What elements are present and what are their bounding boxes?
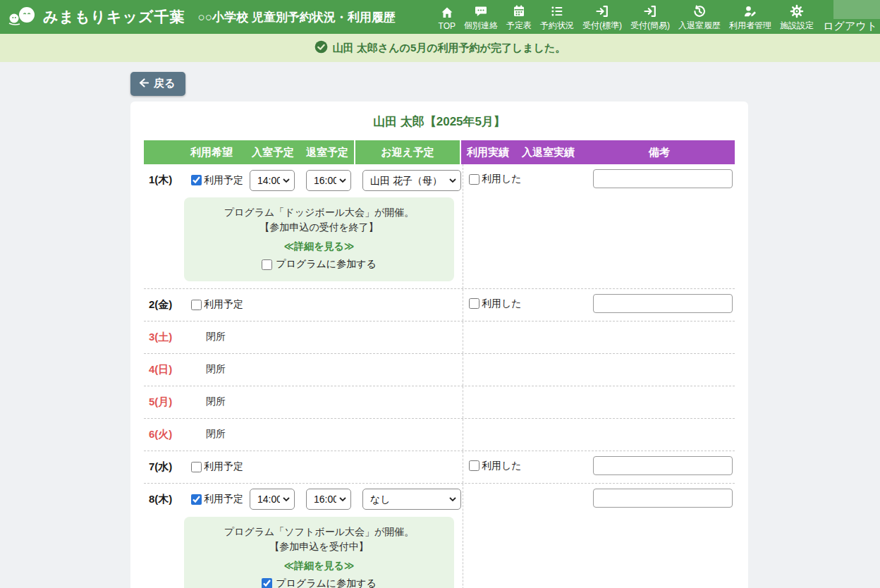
exit-time-select[interactable]: 16:00 (306, 489, 351, 510)
day-row-3: 3(土) 閉所 (144, 321, 735, 354)
used-checkbox-label[interactable]: 利用した (469, 460, 522, 472)
page-title: ○○小学校 児童別予約状況・利用履歴 (197, 9, 395, 25)
closed-label: 閉所 (206, 363, 226, 376)
col-header-note: 備考 (649, 146, 670, 159)
planned-checkbox-label[interactable]: 利用予定 (185, 493, 250, 506)
date-label: 8(木) (144, 493, 185, 506)
check-circle-icon (314, 40, 328, 56)
planned-checkbox[interactable] (191, 462, 202, 472)
date-label: 3(土) (144, 331, 185, 344)
day-row-1: 1(木) 利用予定 14:00 16:00 山田 花子（母） (144, 164, 735, 289)
nav-item-entry-exit-history[interactable]: 入退室履歴 (674, 0, 725, 34)
logout-chip (833, 0, 880, 19)
date-label: 1(木) (144, 173, 185, 187)
date-label: 7(水) (144, 460, 185, 474)
list-icon (550, 2, 564, 18)
back-arrow-icon (139, 78, 149, 90)
col-header-request: 利用希望 (179, 146, 244, 159)
day-row-4: 4(日) 閉所 (144, 354, 735, 386)
nav-item-facility-settings[interactable]: 施設設定 (776, 0, 818, 34)
closed-label: 閉所 (206, 396, 226, 408)
planned-checkbox[interactable] (191, 494, 202, 505)
nav-item-reservation-status[interactable]: 予約状況 (536, 0, 578, 34)
col-header-inout: 入退室実績 (522, 146, 575, 159)
program-headline: プログラム「ドッジボール大会」が開催。 (188, 205, 450, 220)
nav-item-top[interactable]: TOP (434, 0, 460, 34)
nav-item-schedule[interactable]: 予定表 (502, 0, 536, 34)
program-details-link[interactable]: ≪詳細を見る≫ (188, 240, 450, 253)
nav-item-reception-simple[interactable]: 受付(簡易) (626, 0, 674, 34)
signin-icon (643, 2, 657, 18)
col-header-used: 利用実績 (467, 146, 509, 159)
day-row-6: 6(火) 閉所 (144, 419, 735, 451)
calendar-icon (512, 2, 526, 18)
note-input[interactable] (593, 294, 733, 313)
exit-time-select[interactable]: 16:00 (306, 170, 351, 191)
col-header-pickup: お迎え予定 (355, 140, 461, 164)
program-join-checkbox[interactable] (262, 259, 272, 270)
used-checkbox-label[interactable]: 利用した (469, 173, 522, 185)
program-status: 【参加申込を受付中】 (188, 539, 450, 554)
note-input[interactable] (593, 489, 733, 508)
reservation-card: 山田 太郎【2025年5月】 利用希望 入室予定 退室予定 お迎え予定 利用実績… (130, 102, 748, 588)
day-row-2: 2(金) 利用予定 利用した (144, 289, 735, 321)
entry-time-select[interactable]: 14:00 (250, 489, 295, 510)
pickup-select[interactable]: 山田 花子（母） (362, 170, 461, 191)
home-icon (440, 4, 454, 20)
date-label: 6(火) (144, 428, 185, 441)
logo-text: みまもりキッズ千葉 (43, 7, 185, 27)
table-header-actual-group: 利用実績 入退室実績 備考 (461, 140, 735, 164)
col-header-exit: 退室予定 (302, 146, 353, 159)
planned-checkbox-label[interactable]: 利用予定 (185, 298, 250, 311)
nav-item-reception-standard[interactable]: 受付(標準) (578, 0, 626, 34)
program-headline: プログラム「ソフトボール大会」が開催。 (188, 525, 450, 539)
success-banner: 山田 太郎さんの5月の利用予約が完了しました。 (0, 34, 880, 62)
used-checkbox[interactable] (469, 460, 479, 471)
history-icon (692, 2, 707, 18)
top-bar: みまもりキッズ千葉 ○○小学校 児童別予約状況・利用履歴 TOP 個別連絡 (0, 0, 880, 34)
nav-item-individual-contact[interactable]: 個別連絡 (460, 0, 502, 34)
planned-checkbox[interactable] (191, 175, 202, 185)
back-button[interactable]: 戻る (130, 72, 185, 96)
day-row-7: 7(水) 利用予定 利用した (144, 451, 735, 484)
date-label: 2(金) (144, 298, 185, 312)
planned-checkbox-label[interactable]: 利用予定 (185, 174, 250, 187)
chat-icon (474, 2, 488, 18)
date-label: 5(月) (144, 396, 185, 409)
date-label: 4(日) (144, 363, 185, 376)
day-row-5: 5(月) 閉所 (144, 386, 735, 419)
col-header-entry: 入室予定 (244, 146, 302, 159)
planned-checkbox[interactable] (191, 300, 202, 310)
closed-label: 閉所 (206, 331, 226, 343)
note-input[interactable] (593, 169, 733, 188)
banner-message: 山田 太郎さんの5月の利用予約が完了しました。 (333, 42, 566, 55)
used-checkbox[interactable] (469, 174, 479, 185)
top-nav: TOP 個別連絡 予定表 予約状況 (434, 0, 818, 34)
used-checkbox[interactable] (469, 298, 479, 309)
program-details-link[interactable]: ≪詳細を見る≫ (188, 560, 450, 572)
note-input[interactable] (593, 456, 733, 475)
program-join-checkbox-label[interactable]: プログラムに参加する (262, 258, 377, 271)
mascot-icon (7, 4, 39, 30)
entry-time-select[interactable]: 14:00 (250, 170, 295, 191)
user-edit-icon (743, 2, 757, 18)
content-area: 戻る 山田 太郎【2025年5月】 利用希望 入室予定 退室予定 お迎え予定 利… (0, 62, 880, 588)
signin-icon (595, 2, 609, 18)
logout-button[interactable]: ログアウト (819, 0, 880, 34)
closed-label: 閉所 (206, 428, 226, 441)
program-join-checkbox-label[interactable]: プログラムに参加する (262, 577, 377, 588)
program-box: プログラム「ドッジボール大会」が開催。 【参加申込の受付を終了】 ≪詳細を見る≫… (184, 197, 454, 281)
table-header: 利用希望 入室予定 退室予定 お迎え予定 利用実績 入退室実績 備考 (144, 140, 735, 164)
used-checkbox-label[interactable]: 利用した (469, 298, 522, 310)
card-title: 山田 太郎【2025年5月】 (144, 114, 735, 130)
logo[interactable]: みまもりキッズ千葉 (7, 4, 185, 30)
gear-icon (790, 2, 804, 18)
program-box: プログラム「ソフトボール大会」が開催。 【参加申込を受付中】 ≪詳細を見る≫ プ… (184, 517, 454, 588)
program-status: 【参加申込の受付を終了】 (188, 220, 450, 235)
nav-item-user-management[interactable]: 利用者管理 (725, 0, 776, 34)
planned-checkbox-label[interactable]: 利用予定 (185, 460, 250, 473)
program-join-checkbox[interactable] (262, 578, 272, 588)
table-header-plan-group: 利用希望 入室予定 退室予定 (144, 140, 355, 164)
pickup-select[interactable]: なし (362, 489, 461, 510)
day-row-8: 8(木) 利用予定 14:00 16:00 なし (144, 484, 735, 588)
